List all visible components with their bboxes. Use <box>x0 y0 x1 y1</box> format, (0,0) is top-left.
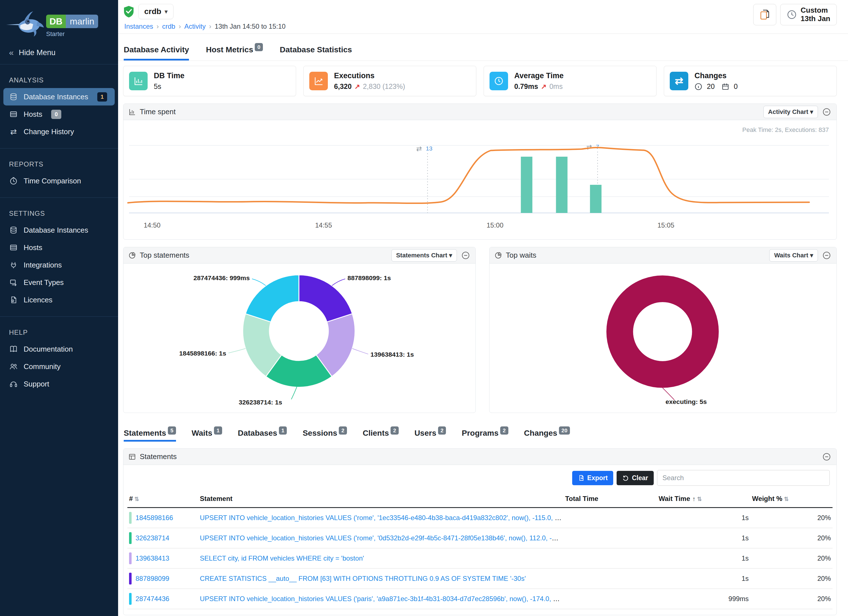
sidebar-item-settings-hosts[interactable]: Hosts <box>0 239 118 256</box>
clear-button[interactable]: Clear <box>617 471 654 485</box>
kpi-executions: Executions 6,320 ↗ 2,830 (123%) <box>303 66 476 96</box>
collapse-panel-icon[interactable] <box>822 452 832 462</box>
breadcrumb-crdb[interactable]: crdb <box>162 22 175 30</box>
statement-link[interactable]: UPSERT INTO vehicle_location_histories V… <box>200 514 563 521</box>
top-waits-chart[interactable]: executing: 5s <box>489 264 836 413</box>
executions-bar[interactable] <box>590 185 602 213</box>
time-spent-chart[interactable]: Peak Time: 2s, Executions: 837 ⇄ 13 ⇄ 7 <box>123 120 836 239</box>
sidebar-item-time-comparison[interactable]: Time Comparison <box>0 172 118 190</box>
copy-link-button[interactable] <box>753 4 776 25</box>
tab-statements[interactable]: Statements5 <box>124 429 176 442</box>
logo-marlin-text: marlin <box>66 15 98 28</box>
sidebar-item-label: Event Types <box>24 278 64 287</box>
col-wait-time-header[interactable]: Wait Time <box>658 495 690 502</box>
main-content: crdb ▾ Instances› crdb› Activity› 13th J… <box>118 0 848 616</box>
tab-label: Users <box>414 429 436 437</box>
kpi-db-time: DB Time 5s <box>123 66 296 96</box>
sidebar-item-database-instances[interactable]: Database Instances 1 <box>3 88 115 105</box>
activity-chart-dropdown[interactable]: Activity Chart ▾ <box>763 106 818 118</box>
breadcrumb-activity[interactable]: Activity <box>184 22 206 30</box>
donut-slice[interactable] <box>245 275 299 322</box>
tab-programs[interactable]: Programs2 <box>462 429 508 442</box>
tab-waits[interactable]: Waits1 <box>192 429 222 442</box>
sidebar-item-label: Time Comparison <box>24 177 81 186</box>
main-tabs: Database Activity Host Metrics0 Database… <box>118 34 848 61</box>
col-num-header[interactable]: # <box>129 495 133 502</box>
sort-icon[interactable]: ⇅ <box>784 496 789 502</box>
search-input[interactable] <box>657 470 830 486</box>
statement-id-link[interactable]: 287474436 <box>135 595 169 603</box>
top-statements-chart[interactable]: 887898099: 1s 287474436: 999ms 139638413… <box>123 264 476 413</box>
donut-slice[interactable] <box>299 275 352 322</box>
statement-link[interactable]: UPSERT INTO vehicle_location_histories V… <box>200 595 563 603</box>
col-total-time-header[interactable]: Total Time <box>563 490 657 508</box>
col-statement-header[interactable]: Statement <box>198 490 563 508</box>
sidebar-item-label: Support <box>24 380 49 389</box>
col-weight-header[interactable]: Weight % <box>752 495 783 502</box>
tab-clients[interactable]: Clients2 <box>363 429 399 442</box>
time-range-button[interactable]: Custom 13th Jan <box>780 4 837 25</box>
change-marker-count[interactable]: 13 <box>426 145 433 151</box>
executions-bar[interactable] <box>521 157 532 213</box>
tab-databases[interactable]: Databases1 <box>238 429 287 442</box>
statement-id-link[interactable]: 139638413 <box>135 554 169 562</box>
change-marker-count[interactable]: 7 <box>596 144 599 150</box>
export-button[interactable]: Export <box>572 471 614 485</box>
sort-icon[interactable]: ⇅ <box>134 496 139 502</box>
table-row: 326238714 UPSERT INTO vehicle_location_h… <box>127 528 833 548</box>
breadcrumb-instances[interactable]: Instances <box>124 22 153 30</box>
statements-chart-dropdown[interactable]: Statements Chart ▾ <box>391 249 457 261</box>
tab-changes[interactable]: Changes20 <box>524 429 570 442</box>
tab-badge: 1 <box>214 426 222 435</box>
statement-id-link[interactable]: 326238714 <box>135 534 169 542</box>
waits-chart-dropdown[interactable]: Waits Chart ▾ <box>769 249 818 261</box>
tab-badge: 2 <box>339 426 347 435</box>
sidebar-divider <box>0 148 118 148</box>
statement-link[interactable]: UPSERT INTO vehicle_location_histories V… <box>200 534 563 542</box>
sidebar-item-community[interactable]: Community <box>0 358 118 375</box>
donut-slice[interactable] <box>620 289 706 375</box>
statement-link[interactable]: CREATE STATISTICS __auto__ FROM [63] WIT… <box>200 574 526 582</box>
kpi-delta: 2,830 (123%) <box>363 82 405 91</box>
wait-time-value: 999ms <box>657 589 750 609</box>
sidebar-item-documentation[interactable]: Documentation <box>0 340 118 358</box>
statements-donut-svg: 887898099: 1s 287474436: 999ms 139638413… <box>123 264 476 413</box>
collapse-panel-icon[interactable] <box>822 107 832 117</box>
detail-tabs: Statements5 Waits1 Databases1 Sessions2 … <box>124 429 837 442</box>
kpi-cards: DB Time 5s Executions 6,320 ↗ 2,830 (123… <box>123 66 837 96</box>
sidebar-item-integrations[interactable]: Integrations <box>0 256 118 274</box>
collapse-panel-icon[interactable] <box>461 251 470 260</box>
statement-id-link[interactable]: 887898099 <box>135 574 169 583</box>
donut-label: 287474436: 999ms <box>193 274 250 282</box>
sidebar-item-support[interactable]: Support <box>0 375 118 393</box>
sidebar-item-event-types[interactable]: Event Types <box>0 274 118 291</box>
instance-selector[interactable]: crdb ▾ <box>138 4 173 19</box>
sidebar-item-settings-database-instances[interactable]: Database Instances <box>0 221 118 239</box>
tab-sessions[interactable]: Sessions2 <box>302 429 347 442</box>
collapse-panel-icon[interactable] <box>822 251 832 260</box>
statement-link[interactable]: SELECT city, id FROM vehicles WHERE city… <box>200 554 364 562</box>
calendar-icon <box>722 83 729 91</box>
book-icon <box>9 344 18 353</box>
hide-menu-button[interactable]: « Hide Menu <box>0 41 118 64</box>
wait-time-value: 1s <box>657 569 750 589</box>
statement-id-link[interactable]: 1845898166 <box>135 514 173 522</box>
sidebar-item-licences[interactable]: Licences <box>0 291 118 309</box>
pie-chart-icon <box>129 252 136 259</box>
marlin-fish-logo <box>4 7 46 38</box>
tab-database-activity[interactable]: Database Activity <box>124 45 189 61</box>
statements-panel: Statements Export Clear <box>123 448 837 615</box>
kpi-title: DB Time <box>154 71 184 80</box>
sort-icon[interactable]: ⇅ <box>697 496 702 502</box>
sidebar-item-change-history[interactable]: ⇄ Change History <box>0 123 118 140</box>
executions-bar[interactable] <box>556 157 568 213</box>
sidebar-item-hosts[interactable]: Hosts 0 <box>0 105 118 123</box>
kpi-title: Changes <box>694 71 742 80</box>
tab-database-statistics[interactable]: Database Statistics <box>280 45 352 61</box>
tab-users[interactable]: Users2 <box>414 429 446 442</box>
table-row: 287474436 UPSERT INTO vehicle_location_h… <box>127 589 833 609</box>
sort-up-icon[interactable]: ↑ <box>692 495 695 502</box>
kpi-value: 6,320 <box>334 82 352 91</box>
server-icon <box>9 243 18 252</box>
tab-host-metrics[interactable]: Host Metrics0 <box>206 45 263 61</box>
